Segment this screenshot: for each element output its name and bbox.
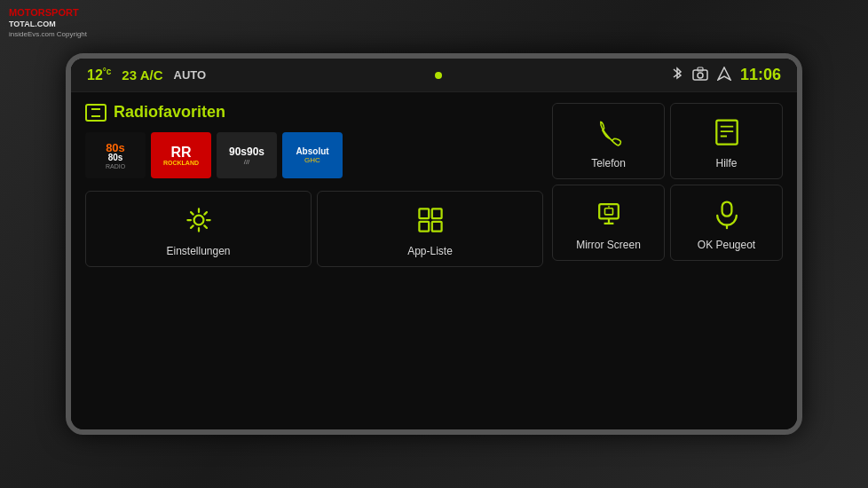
station-absolut[interactable]: Absolut GHC <box>282 132 343 178</box>
phone-icon <box>593 116 625 148</box>
telefon-label: Telefon <box>591 157 626 169</box>
status-bar: 12°c 23 A/C AUTO <box>71 59 797 92</box>
svg-rect-16 <box>604 209 612 215</box>
app-liste-label: App-Liste <box>407 245 453 257</box>
watermark: MOTORSPORT TOTAL.COM insideEvs.com Copyr… <box>9 7 87 38</box>
status-right: 11:06 <box>671 66 781 84</box>
svg-rect-2 <box>698 67 703 71</box>
station-rockland[interactable]: RR ROCKLAND <box>151 132 211 178</box>
svg-rect-5 <box>419 209 429 218</box>
mirror-screen-label: Mirror Screen <box>576 239 641 251</box>
status-center <box>206 72 671 79</box>
svg-point-4 <box>193 216 203 225</box>
bluetooth-icon <box>671 66 683 84</box>
svg-rect-6 <box>431 209 441 218</box>
auto-mode: AUTO <box>174 68 207 82</box>
apps-icon <box>414 204 446 236</box>
station-90s90s[interactable]: 90s90s /// <box>217 132 277 178</box>
svg-rect-7 <box>419 222 429 232</box>
watermark-sub: insideEvs.com Copyright <box>9 30 87 38</box>
mirror-screen-button[interactable]: Mirror Screen <box>552 185 665 261</box>
radio-title: Radiofavoriten <box>114 103 225 122</box>
ok-peugeot-label: OK Peugeot <box>698 239 755 251</box>
mirror-icon <box>593 198 625 230</box>
watermark-line2: TOTAL.COM <box>9 20 56 28</box>
radio-stations[interactable]: 80s 80s RADIO RR ROCKLAND 90s90s /// <box>85 132 543 178</box>
einstellungen-label: Einstellungen <box>166 245 230 257</box>
svg-point-1 <box>698 73 703 78</box>
svg-rect-8 <box>431 222 441 232</box>
status-left: 12°c 23 A/C AUTO <box>87 67 206 83</box>
watermark-line1: MOTORSPORT <box>9 7 79 18</box>
clock: 11:06 <box>740 66 781 84</box>
right-panel: Telefon Hilfe <box>552 103 783 419</box>
nav-icon <box>717 67 731 83</box>
gear-icon <box>183 204 215 236</box>
photo-frame: MOTORSPORT TOTAL.COM insideEvs.com Copyr… <box>0 0 868 488</box>
einstellungen-button[interactable]: Einstellungen <box>85 191 312 267</box>
app-liste-button[interactable]: App-Liste <box>317 191 543 267</box>
top-icons-right: Telefon Hilfe <box>552 103 783 179</box>
ac-value: 23 A/C <box>122 67 162 83</box>
main-content: Radiofavoriten 80s 80s RADIO RR ROCKLAND <box>71 92 797 429</box>
camera-icon <box>692 67 708 83</box>
hilfe-label: Hilfe <box>715 157 737 169</box>
hilfe-button[interactable]: Hilfe <box>670 103 783 179</box>
left-panel: Radiofavoriten 80s 80s RADIO RR ROCKLAND <box>85 103 543 419</box>
radio-icon <box>85 104 107 122</box>
mic-icon <box>711 198 743 230</box>
book-icon <box>711 116 743 148</box>
temperature: 12°c <box>87 67 111 83</box>
bottom-icons-left: Einstellungen App-Li <box>85 191 543 267</box>
svg-rect-18 <box>722 202 731 216</box>
radio-header: Radiofavoriten <box>85 103 543 122</box>
signal-dot <box>435 72 442 79</box>
svg-marker-3 <box>718 67 730 80</box>
infotainment-screen: 12°c 23 A/C AUTO <box>66 53 802 435</box>
bottom-icons-right: Mirror Screen OK Peugeot <box>552 185 783 261</box>
ok-peugeot-button[interactable]: OK Peugeot <box>670 185 783 261</box>
telefon-button[interactable]: Telefon <box>552 103 665 179</box>
station-80s-radio[interactable]: 80s 80s RADIO <box>85 132 146 178</box>
